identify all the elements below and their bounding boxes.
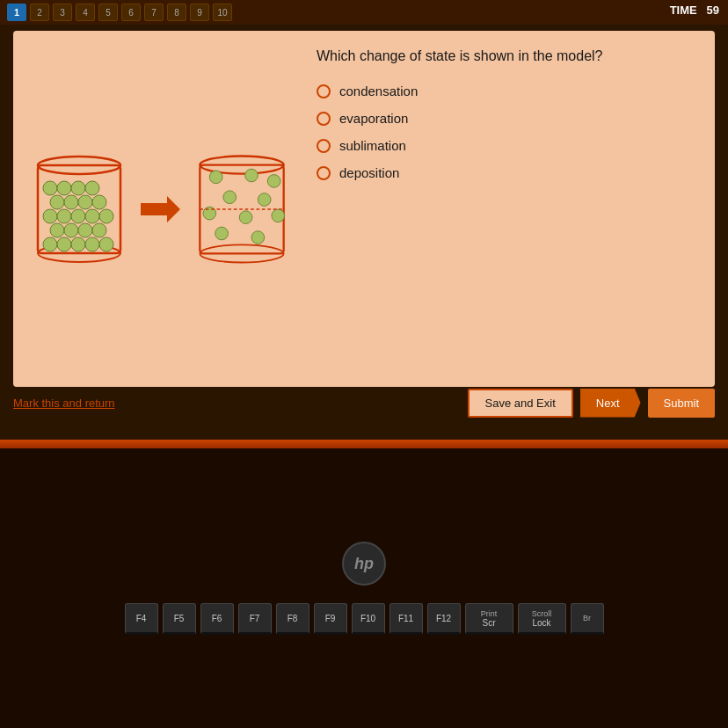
- key-f10[interactable]: F10: [352, 603, 385, 635]
- nav-item-8[interactable]: 8: [167, 4, 186, 21]
- nav-item-1[interactable]: 1: [7, 4, 26, 21]
- nav-item-7[interactable]: 7: [144, 4, 164, 21]
- svg-point-32: [223, 190, 237, 203]
- key-f9[interactable]: F9: [314, 603, 347, 635]
- svg-point-15: [85, 209, 99, 223]
- svg-point-12: [43, 209, 57, 223]
- key-f7[interactable]: F7: [238, 603, 272, 635]
- svg-point-14: [71, 209, 85, 223]
- nav-item-9[interactable]: 9: [190, 4, 209, 21]
- radio-evaporation[interactable]: [317, 112, 331, 126]
- svg-point-16: [99, 209, 113, 223]
- svg-point-4: [57, 237, 71, 251]
- option-label-deposition: deposition: [339, 165, 399, 180]
- svg-point-24: [85, 181, 99, 195]
- option-sublimation[interactable]: sublimation: [317, 138, 697, 153]
- question-right: Which change of state is shown in the mo…: [317, 48, 697, 369]
- key-f11[interactable]: F11: [389, 603, 423, 635]
- option-deposition[interactable]: deposition: [317, 165, 697, 180]
- key-f8[interactable]: F8: [276, 603, 309, 635]
- svg-point-9: [64, 223, 78, 237]
- key-break[interactable]: Br: [571, 603, 604, 635]
- key-f4[interactable]: F4: [125, 603, 158, 635]
- submit-button[interactable]: Submit: [648, 389, 715, 418]
- svg-point-22: [57, 181, 71, 195]
- svg-point-29: [209, 171, 222, 184]
- function-key-row: F4 F5 F6 F7 F8 F9 F10 F11 F12 Print Scr: [125, 603, 604, 635]
- question-text: Which change of state is shown in the mo…: [317, 48, 697, 64]
- svg-point-19: [78, 195, 92, 209]
- keyboard-area: hp F4 F5 F6 F7 F8 F9 F10 F11 F12 Print: [0, 448, 728, 728]
- svg-point-13: [57, 209, 71, 223]
- question-panel: Which change of state is shown in the mo…: [13, 31, 715, 387]
- svg-point-37: [215, 227, 229, 240]
- next-button[interactable]: Next: [580, 389, 641, 418]
- svg-point-8: [50, 223, 64, 237]
- nav-item-3[interactable]: 3: [53, 4, 72, 21]
- hp-logo: hp: [342, 542, 386, 586]
- svg-marker-25: [141, 196, 180, 222]
- key-scroll-lock[interactable]: Scroll Lock: [518, 603, 566, 635]
- state-change-arrow: [141, 196, 180, 222]
- option-label-sublimation: sublimation: [339, 138, 406, 153]
- timer-value: 59: [707, 4, 719, 17]
- option-label-condensation: condensation: [339, 84, 418, 98]
- nav-item-5[interactable]: 5: [98, 4, 118, 21]
- svg-point-23: [71, 181, 85, 195]
- svg-point-31: [267, 174, 280, 187]
- option-label-evaporation: evaporation: [339, 111, 408, 126]
- key-print-screen[interactable]: Print Scr: [465, 603, 513, 635]
- screen-area: 1 2 3 4 5 6 7 8 9 10 TIME: [0, 0, 728, 448]
- svg-point-10: [78, 223, 92, 237]
- option-evaporation[interactable]: evaporation: [317, 111, 697, 126]
- nav-item-4[interactable]: 4: [76, 4, 95, 21]
- key-f12[interactable]: F12: [427, 603, 461, 635]
- svg-point-3: [43, 237, 57, 251]
- option-condensation[interactable]: condensation: [317, 84, 697, 98]
- svg-point-35: [239, 210, 252, 223]
- question-content: Which change of state is shown in the mo…: [31, 48, 697, 369]
- cylinder-liquid: [31, 152, 127, 266]
- key-f5[interactable]: F5: [163, 603, 196, 635]
- svg-point-17: [50, 195, 64, 209]
- svg-point-33: [258, 193, 271, 206]
- svg-point-38: [251, 230, 265, 244]
- svg-point-21: [43, 181, 57, 195]
- svg-point-11: [92, 223, 106, 237]
- cylinder-gas: [193, 152, 290, 266]
- mark-return-button[interactable]: Mark this and return: [13, 397, 115, 410]
- svg-point-30: [245, 169, 258, 182]
- svg-point-5: [71, 237, 85, 251]
- nav-item-2[interactable]: 2: [30, 4, 49, 21]
- svg-point-7: [99, 237, 113, 251]
- radio-deposition[interactable]: [317, 166, 331, 180]
- radio-sublimation[interactable]: [317, 139, 331, 153]
- top-nav: 1 2 3 4 5 6 7 8 9 10 TIME: [0, 0, 728, 25]
- svg-point-18: [64, 195, 78, 209]
- nav-item-10[interactable]: 10: [213, 4, 232, 21]
- timer-label: TIME: [670, 4, 697, 17]
- key-f6[interactable]: F6: [200, 603, 234, 635]
- timer: TIME 59: [670, 4, 719, 17]
- save-exit-button[interactable]: Save and Exit: [468, 389, 573, 418]
- svg-point-20: [92, 195, 106, 209]
- nav-item-6[interactable]: 6: [121, 4, 141, 21]
- action-buttons: Save and Exit Next Submit: [468, 389, 715, 418]
- svg-point-36: [272, 209, 285, 222]
- diagram-area: [31, 48, 290, 369]
- svg-point-6: [85, 237, 99, 251]
- bottom-bar: Mark this and return Save and Exit Next …: [13, 385, 715, 420]
- radio-condensation[interactable]: [317, 84, 331, 98]
